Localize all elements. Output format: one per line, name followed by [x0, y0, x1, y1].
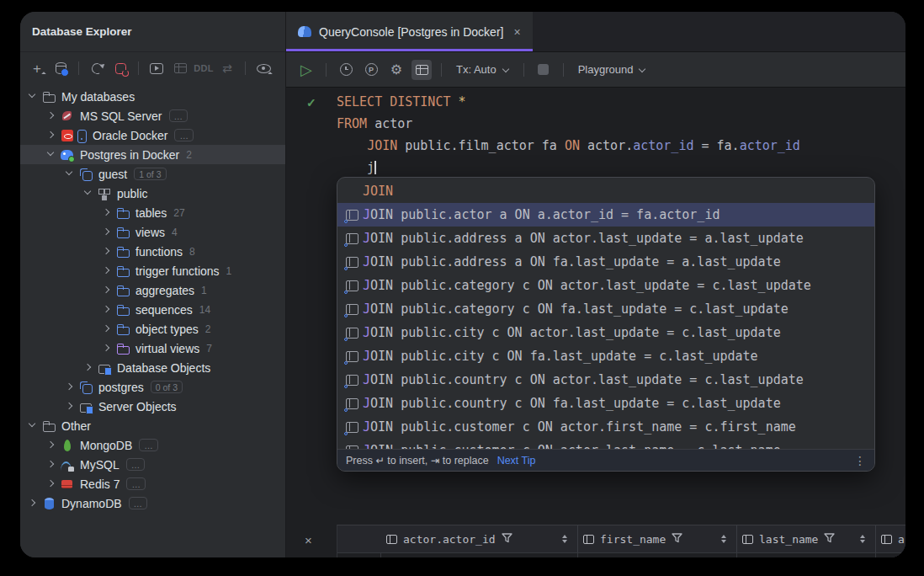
tree-row-public[interactable]: public [20, 184, 285, 203]
close-results-icon[interactable]: × [305, 533, 312, 547]
column-icon [881, 535, 892, 544]
filter-funnel-icon[interactable] [502, 531, 512, 547]
tree-row-tables[interactable]: tables27 [20, 203, 285, 222]
completion-item[interactable]: JOIN public.customer c ON actor.first_na… [337, 415, 874, 439]
tree-row-mysql[interactable]: MySQL… [20, 455, 285, 474]
sql-editor[interactable]: ✓ SELECT DISTINCT *FROM actor JOIN publi… [286, 88, 905, 557]
tree-row-functions[interactable]: functions8 [20, 242, 285, 261]
tree-row-other[interactable]: Other [20, 416, 285, 435]
chevron-right-icon[interactable] [99, 264, 114, 278]
sort-arrows-icon[interactable] [559, 535, 571, 544]
add-button[interactable]: + [27, 58, 47, 78]
completion-item[interactable]: JOIN public.category c ON actor.last_upd… [337, 274, 874, 297]
tx-auto-dropdown[interactable]: Tx: Auto [451, 63, 514, 76]
tree-row-trigger-functions[interactable]: trigger functions1 [20, 261, 285, 280]
chevron-down-icon[interactable] [62, 167, 77, 181]
tree-item-badge: … [169, 109, 189, 122]
chevron-right-icon[interactable] [99, 225, 114, 239]
table-view-button[interactable] [170, 58, 190, 78]
chevron-right-icon[interactable] [81, 360, 95, 375]
chevron-right-icon[interactable] [25, 496, 40, 510]
tree-row-oracle-docker[interactable]: Oracle Docker… [20, 125, 285, 145]
next-tip-link[interactable]: Next Tip [497, 455, 536, 467]
sort-arrows-icon[interactable] [857, 535, 868, 544]
database-tree: My databasesMS SQL Server…Oracle Docker…… [20, 84, 285, 557]
tree-row-ms-sql-server[interactable]: MS SQL Server… [20, 106, 285, 125]
completion-item[interactable]: JOIN public.country c ON actor.last_upda… [337, 368, 874, 392]
tree-row-postgres-in-docker[interactable]: Postgres in Docker2 [20, 145, 285, 164]
tree-row-object-types[interactable]: object types2 [20, 319, 285, 339]
code-area[interactable]: SELECT DISTINCT *FROM actor JOIN public.… [337, 91, 800, 179]
chevron-down-icon[interactable] [81, 186, 95, 200]
completion-item[interactable]: JOIN public.address a ON fa.last_update … [337, 250, 874, 274]
kebab-menu-icon[interactable]: ⋮ [854, 454, 866, 467]
tree-row-mongodb[interactable]: MongoDB… [20, 435, 285, 455]
explain-plan-button[interactable]: P [361, 60, 381, 80]
chevron-right-icon[interactable] [62, 380, 77, 394]
data-source-properties-button[interactable] [50, 58, 71, 78]
tree-row-server-objects[interactable]: Server Objects [20, 397, 285, 416]
history-button[interactable] [336, 60, 356, 80]
chevron-right-icon[interactable] [44, 477, 58, 491]
chevron-down-icon[interactable] [44, 147, 58, 162]
chevron-right-icon[interactable] [99, 205, 114, 220]
chevron-right-icon[interactable] [62, 399, 77, 413]
tree-row-dynamodb[interactable]: DynamoDB… [20, 493, 285, 513]
table-grid-icon [416, 65, 428, 75]
tree-item-count: 8 [189, 246, 195, 258]
chevron-right-icon[interactable] [99, 244, 114, 259]
sort-arrows-icon[interactable] [718, 535, 730, 544]
tree-row-views[interactable]: views4 [20, 222, 285, 242]
ddl-button[interactable]: DDL [194, 58, 214, 78]
tree-row-virtual-views[interactable]: virtual views7 [20, 339, 285, 358]
chevron-down-icon[interactable] [25, 419, 40, 433]
chevron-right-icon[interactable] [44, 438, 58, 452]
tree-row-sequences[interactable]: sequences14 [20, 300, 285, 319]
chevron-right-icon[interactable] [99, 283, 114, 297]
toolbar-divider [326, 63, 327, 77]
sync-arrows-button[interactable]: ⇄ [217, 58, 237, 78]
column-header-last-name[interactable]: last_name [737, 525, 876, 552]
results-grid: actor.actor_idfirst_namelast_namea [337, 525, 905, 557]
tree-row-database-objects[interactable]: Database Objects [20, 358, 285, 377]
run-button[interactable]: ▷ [296, 60, 316, 80]
chevron-right-icon[interactable] [99, 341, 114, 355]
completion-item[interactable]: JOIN public.actor a ON a.actor_id = fa.a… [337, 203, 874, 227]
chevron-right-icon[interactable] [99, 322, 114, 336]
jump-to-console-button[interactable] [146, 58, 167, 78]
filter-funnel-icon[interactable] [824, 531, 835, 547]
stop-button[interactable] [534, 60, 554, 80]
completion-item[interactable]: JOIN public.address a ON actor.last_upda… [337, 227, 874, 250]
chevron-down-icon[interactable] [25, 89, 40, 104]
tab-query-console[interactable]: QueryConsole [Postgres in Docker] × [286, 12, 533, 51]
completion-item[interactable]: JOIN public.city c ON actor.last_update … [337, 321, 874, 344]
completion-item-text: OIN public.address a ON fa.last_update =… [370, 254, 781, 269]
tree-row-postgres[interactable]: postgres0 of 3 [20, 377, 285, 397]
filter-funnel-icon[interactable] [672, 531, 682, 547]
refresh-button[interactable] [87, 58, 107, 78]
settings-button[interactable]: ⚙ [386, 60, 406, 80]
chevron-right-icon[interactable] [44, 128, 58, 142]
column-header-first-name[interactable]: first_name [578, 525, 737, 552]
mongo-icon [61, 439, 74, 452]
completion-item[interactable]: JOIN public.country c ON fa.last_update … [337, 392, 874, 415]
column-header-a[interactable]: a [876, 525, 905, 552]
chevron-right-icon[interactable] [99, 302, 114, 317]
chevron-right-icon[interactable] [44, 457, 58, 472]
view-options-button[interactable] [253, 58, 273, 78]
completion-item[interactable]: JOIN public.city c ON fa.last_update = c… [337, 344, 874, 368]
column-header-actor-actor-id[interactable]: actor.actor_id [381, 525, 578, 552]
completion-item[interactable]: JOIN [337, 179, 874, 203]
tree-item-label: MongoDB [80, 439, 132, 452]
cancel-refresh-button[interactable] [110, 58, 130, 78]
completion-item[interactable]: JOIN public.category c ON fa.last_update… [337, 297, 874, 321]
tab-close-icon[interactable]: × [513, 25, 520, 39]
results-in-editor-toggle[interactable] [412, 60, 432, 80]
tree-row-redis-7[interactable]: Redis 7… [20, 474, 285, 493]
completion-item[interactable]: JOIN public.customer c ON actor.last_nam… [337, 439, 874, 449]
tree-row-guest[interactable]: guest1 of 3 [20, 164, 285, 184]
chevron-right-icon[interactable] [44, 109, 58, 123]
playground-dropdown[interactable]: Playground [573, 63, 651, 76]
tree-row-aggregates[interactable]: aggregates1 [20, 280, 285, 300]
tree-row-my-databases[interactable]: My databases [20, 87, 285, 106]
